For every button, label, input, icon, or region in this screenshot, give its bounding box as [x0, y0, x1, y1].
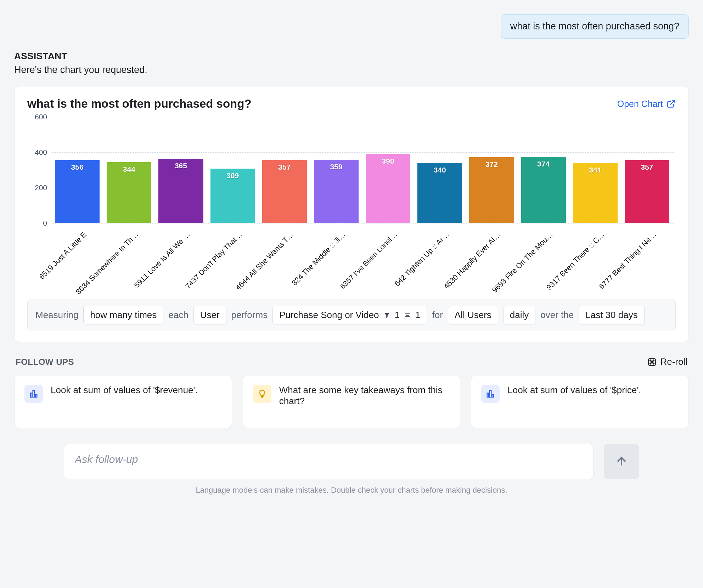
over-label: over the [540, 310, 574, 321]
followup-card[interactable]: What are some key takeaways from this ch… [243, 375, 461, 428]
bar-column[interactable]: 344 [107, 117, 151, 223]
chip-user[interactable]: User [193, 306, 226, 324]
svg-point-4 [650, 360, 651, 361]
bar: 309 [210, 169, 255, 224]
bar: 344 [107, 162, 151, 223]
send-button[interactable] [604, 444, 639, 479]
open-chart-button[interactable]: Open Chart [617, 99, 676, 109]
reroll-label: Re-roll [660, 356, 687, 367]
chip-segment[interactable]: All Users [448, 306, 498, 324]
disclaimer-text: Language models can make mistakes. Doubl… [14, 486, 689, 495]
assistant-role-label: ASSISTANT [14, 51, 689, 62]
bar: 374 [521, 157, 566, 223]
bar-chart-icon [481, 385, 500, 403]
group-by-icon [404, 312, 411, 319]
assistant-intro-text: Here's the chart you requested. [14, 64, 689, 75]
chart-title: what is the most often purchased song? [27, 97, 252, 111]
bar-column[interactable]: 365 [158, 117, 203, 223]
bar: 341 [573, 163, 618, 224]
external-link-icon [667, 99, 676, 108]
bar-value-label: 344 [107, 165, 151, 174]
reroll-button[interactable]: Re-roll [647, 356, 687, 367]
chart-plot-area: 0200400600 35634436530935735939034037237… [27, 117, 676, 223]
svg-rect-14 [492, 394, 494, 397]
followup-text: What are some key takeaways from this ch… [279, 385, 450, 407]
user-message: what is the most often purchased song? [501, 14, 689, 39]
bar-chart-icon [24, 385, 43, 403]
y-tick-label: 600 [35, 113, 47, 121]
svg-point-8 [652, 361, 653, 362]
performs-label: performs [231, 310, 268, 321]
followups-heading: FOLLOW UPS [16, 357, 74, 367]
bar: 340 [417, 163, 462, 223]
bar-value-label: 372 [469, 160, 514, 169]
chart-card: what is the most often purchased song? O… [14, 86, 689, 342]
bar-column[interactable]: 359 [314, 117, 359, 223]
svg-point-6 [650, 363, 651, 364]
bar: 357 [262, 160, 307, 224]
bar-column[interactable]: 356 [55, 117, 100, 223]
bar-value-label: 365 [158, 162, 203, 170]
bar-value-label: 357 [625, 163, 669, 171]
bar-value-label: 390 [366, 157, 410, 165]
bar-column[interactable]: 357 [262, 117, 307, 223]
bar-value-label: 357 [262, 163, 307, 171]
bar-value-label: 374 [521, 160, 566, 168]
bar: 365 [158, 159, 203, 224]
open-chart-label: Open Chart [617, 99, 663, 109]
chip-event-filter-count: 1 [395, 310, 400, 321]
svg-point-5 [653, 360, 654, 361]
bar-value-label: 340 [417, 166, 462, 174]
followup-input-container[interactable] [64, 444, 594, 479]
svg-rect-12 [487, 393, 489, 397]
bar: 359 [314, 160, 359, 224]
lightbulb-icon [253, 385, 271, 403]
bar-column[interactable]: 372 [469, 117, 514, 223]
each-label: each [168, 310, 188, 321]
bar-value-label: 359 [314, 163, 359, 171]
bar-value-label: 356 [55, 163, 100, 171]
measuring-label: Measuring [35, 310, 78, 321]
query-summary-bar: Measuring how many times each User perfo… [27, 299, 676, 331]
bar-column[interactable]: 357 [625, 117, 669, 223]
funnel-icon [383, 312, 390, 319]
followup-text: Look at sum of values of '$revenue'. [51, 385, 198, 396]
bar-column[interactable]: 374 [521, 117, 566, 223]
bar: 372 [469, 157, 514, 223]
bar-value-label: 309 [210, 171, 255, 180]
chip-date-range[interactable]: Last 30 days [579, 306, 644, 324]
followup-card[interactable]: Look at sum of values of '$price'. [471, 375, 689, 428]
y-tick-label: 200 [35, 183, 47, 192]
followup-text: Look at sum of values of '$price'. [507, 385, 641, 396]
followup-input[interactable] [75, 453, 583, 465]
bar-column[interactable]: 309 [210, 117, 255, 223]
for-label: for [432, 310, 443, 321]
bar: 356 [55, 160, 100, 223]
followup-card[interactable]: Look at sum of values of '$revenue'. [14, 375, 232, 428]
bar-column[interactable]: 340 [417, 117, 462, 223]
chip-how-many-times[interactable]: how many times [83, 306, 163, 324]
bar: 390 [366, 154, 410, 223]
bar-value-label: 341 [573, 166, 618, 174]
svg-rect-10 [33, 391, 35, 397]
bar: 357 [625, 160, 669, 224]
svg-rect-13 [490, 391, 491, 397]
svg-rect-11 [35, 394, 37, 397]
y-tick-label: 400 [35, 148, 47, 157]
dice-icon [647, 357, 657, 367]
svg-point-7 [653, 363, 654, 364]
svg-rect-9 [30, 393, 32, 397]
chip-event-label: Purchase Song or Video [279, 310, 379, 321]
arrow-up-icon [615, 455, 628, 468]
chip-event[interactable]: Purchase Song or Video 1 1 [272, 306, 427, 324]
bar-column[interactable]: 390 [366, 117, 410, 223]
chip-interval[interactable]: daily [503, 306, 535, 324]
bar-column[interactable]: 341 [573, 117, 618, 223]
chip-event-group-count: 1 [415, 310, 420, 321]
y-tick-label: 0 [43, 219, 47, 227]
